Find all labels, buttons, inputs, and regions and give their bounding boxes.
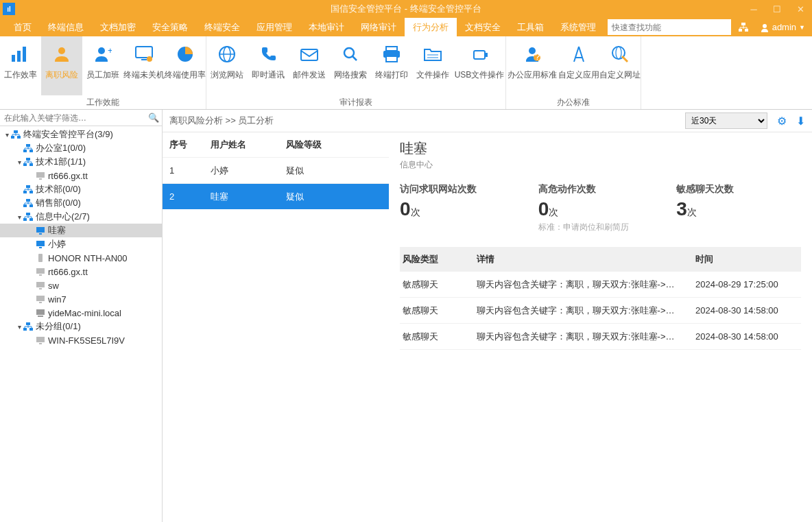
node-icon: [23, 185, 36, 194]
ribbon-button[interactable]: 终端使用率: [165, 36, 206, 95]
ribbon-button[interactable]: 即时通讯: [248, 36, 289, 95]
detail-subtitle: 信息中心: [400, 159, 801, 171]
tree-node[interactable]: sw: [0, 278, 162, 292]
list-row[interactable]: 2哇塞疑似: [163, 183, 389, 209]
svg-rect-38: [26, 158, 30, 161]
tree-node[interactable]: rt666.gx.tt: [0, 169, 162, 182]
node-label: 信息中心(2/7): [36, 211, 90, 223]
svg-rect-17: [301, 49, 318, 60]
menu-tab[interactable]: 系统管理: [552, 18, 604, 36]
risk-table-header: 风险类型 详情 时间: [400, 247, 801, 272]
node-label: 未分组(0/1): [36, 320, 81, 333]
tree-node[interactable]: 技术部(0/0): [0, 182, 162, 196]
maximize-button[interactable]: ☐: [765, 0, 789, 18]
svg-text:+: +: [108, 45, 112, 56]
ribbon-button[interactable]: 自定义应用: [558, 36, 599, 95]
tree-node[interactable]: ▾技术1部(1/1): [0, 155, 162, 169]
svg-rect-62: [39, 302, 42, 303]
global-search-input[interactable]: [608, 19, 731, 35]
tree-node[interactable]: ▾未分组(0/1): [0, 320, 162, 333]
node-icon: [11, 130, 23, 139]
node-icon: [36, 267, 48, 276]
expand-arrow-icon: ▾: [15, 213, 23, 221]
svg-point-7: [58, 47, 65, 54]
ribbon-button[interactable]: 浏览网站: [206, 36, 248, 95]
svg-rect-60: [39, 288, 42, 289]
tree-node[interactable]: 办公室1(0/0): [0, 141, 162, 155]
ribbon-button[interactable]: 自定义网址: [599, 36, 641, 95]
menu-tab[interactable]: 网络审计: [353, 18, 405, 36]
tree-node[interactable]: 小婷: [0, 237, 162, 251]
ribbon-button[interactable]: 离职风险: [41, 36, 82, 95]
ribbon-button[interactable]: 工作效率: [0, 36, 41, 95]
tree-node[interactable]: win7: [0, 292, 162, 306]
risk-row[interactable]: 敏感聊天聊天内容包含关键字：离职，聊天双方:张哇塞->…2024-08-30 1…: [400, 298, 801, 324]
svg-rect-51: [29, 218, 33, 221]
tree-node[interactable]: ▾信息中心(2/7): [0, 210, 162, 224]
tree-filter-input[interactable]: [0, 113, 145, 123]
svg-rect-1: [739, 29, 742, 32]
settings-icon[interactable]: ⚙: [777, 115, 787, 128]
minimize-button[interactable]: ─: [742, 0, 765, 18]
ribbon-button[interactable]: 文件操作: [412, 36, 453, 95]
period-select[interactable]: 近30天: [685, 112, 767, 129]
tree-node[interactable]: HONOR NTH-AN00: [0, 251, 162, 265]
search-icon[interactable]: 🔍: [145, 112, 162, 123]
svg-rect-44: [23, 191, 27, 193]
tree-node[interactable]: ▾终端安全管控平台(3/9): [0, 128, 162, 141]
risk-table: 风险类型 详情 时间 敏感聊天聊天内容包含关键字：离职，聊天双方:张哇塞->…2…: [400, 247, 801, 350]
window-title: 国信安全管控平台 - 终端安全管控平台: [331, 3, 481, 15]
tree-node[interactable]: 哇塞: [0, 224, 162, 237]
menu-tab[interactable]: 行为分析: [405, 18, 457, 36]
node-label: rt666.gx.tt: [48, 171, 88, 181]
tree-node[interactable]: yideMac-mini.local: [0, 306, 162, 320]
expand-arrow-icon: ▾: [15, 158, 23, 166]
node-icon: [23, 143, 36, 153]
menu-tab[interactable]: 应用管理: [248, 18, 300, 36]
risk-row[interactable]: 敏感聊天聊天内容包含关键字：离职，聊天双方:张哇塞->…2024-08-29 1…: [400, 272, 801, 298]
pie-icon: [174, 43, 196, 65]
title-bar: ıl 国信安全管控平台 - 终端安全管控平台 ─ ☐ ✕: [0, 0, 812, 18]
menu-bar: 首页终端信息文档加密安全策略终端安全应用管理本地审计网络审计行为分析文档安全工具…: [0, 18, 812, 36]
agent-icon: ?: [521, 43, 543, 65]
app-logo-icon: ıl: [3, 3, 15, 15]
tree-node[interactable]: WIN-FK5SE5L7I9V: [0, 333, 162, 347]
node-icon: [23, 157, 36, 167]
tree-node[interactable]: 销售部(0/0): [0, 196, 162, 210]
download-icon[interactable]: ⬇: [796, 115, 805, 128]
employee-list: 序号 用户姓名 风险等级 1小婷疑似2哇塞疑似: [163, 132, 389, 522]
ribbon-button[interactable]: 邮件发送: [289, 36, 330, 95]
tree-node[interactable]: rt666.gx.tt: [0, 265, 162, 278]
ribbon-button[interactable]: 终端未关机: [123, 36, 165, 95]
compass-icon: [568, 43, 590, 65]
list-row[interactable]: 1小婷疑似: [163, 157, 389, 183]
svg-rect-46: [26, 199, 30, 202]
menu-tab[interactable]: 文档安全: [457, 18, 509, 36]
svg-rect-61: [36, 296, 45, 301]
ribbon-button[interactable]: 网络搜索: [330, 36, 371, 95]
main-panel: 离职风险分析 >> 员工分析 近30天 ⚙ ⬇ 序号 用户姓名 风险等级 1小婷…: [163, 110, 812, 522]
menu-tab[interactable]: 安全策略: [144, 18, 196, 36]
close-button[interactable]: ✕: [789, 0, 812, 18]
menu-tab[interactable]: 首页: [5, 18, 40, 36]
svg-rect-68: [36, 337, 45, 342]
menu-tab[interactable]: 工具箱: [509, 18, 552, 36]
org-icon[interactable]: [734, 18, 753, 36]
risk-row[interactable]: 敏感聊天聊天内容包含关键字：离职，聊天双方:张哇塞->…2024-08-30 1…: [400, 324, 801, 350]
node-icon: [23, 322, 36, 331]
menu-tab[interactable]: 终端安全: [196, 18, 248, 36]
menu-tab[interactable]: 本地审计: [300, 18, 353, 36]
svg-rect-22: [386, 56, 397, 62]
node-icon: [36, 335, 48, 345]
ribbon-button[interactable]: +员工加班: [82, 36, 123, 95]
user-menu[interactable]: admin▼: [753, 18, 812, 36]
node-label: 办公室1(0/0): [36, 142, 86, 154]
menu-tab[interactable]: 文档加密: [92, 18, 144, 36]
ribbon-button[interactable]: USB文件操作: [453, 36, 505, 95]
menu-tab[interactable]: 终端信息: [40, 18, 92, 36]
svg-line-19: [353, 56, 357, 60]
node-icon: [36, 294, 48, 304]
ribbon-button[interactable]: ?办公应用标准: [506, 36, 558, 95]
svg-rect-47: [23, 204, 27, 207]
ribbon-button[interactable]: 终端打印: [371, 36, 412, 95]
